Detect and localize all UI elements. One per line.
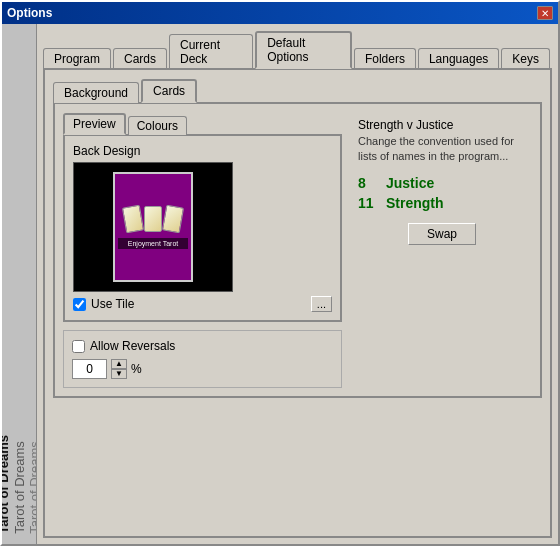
tab-default-options[interactable]: Default Options [255, 31, 352, 69]
use-tile-checkbox[interactable] [73, 298, 86, 311]
spinner-up[interactable]: ▲ [111, 359, 127, 369]
card-fan-3 [162, 204, 184, 233]
top-tabs: Program Cards Current Deck Default Optio… [43, 30, 552, 68]
tab-languages[interactable]: Languages [418, 48, 499, 69]
strength-num-2: 11 [358, 195, 378, 211]
tab-colours[interactable]: Colours [128, 116, 187, 135]
sidebar-label-3: Tarot of Dreams [27, 435, 37, 534]
spinner-down[interactable]: ▼ [111, 369, 127, 379]
titlebar: Options ✕ [2, 2, 558, 24]
tab-program[interactable]: Program [43, 48, 111, 69]
spinner-arrows: ▲ ▼ [111, 359, 127, 379]
tab-preview[interactable]: Preview [63, 113, 126, 135]
card-fan-2 [144, 206, 162, 232]
sidebar-label-2: Tarot of Dreams [11, 435, 27, 534]
card-fans [124, 206, 182, 232]
card-preview-box: Enjoyment Tarot [73, 162, 233, 292]
back-design-label: Back Design [73, 144, 332, 158]
spinner-group: ▲ ▼ % [72, 359, 333, 379]
sidebar-text: Tarot of Dreams Tarot of Dreams Tarot of… [2, 433, 37, 534]
percent-label: % [131, 362, 142, 376]
strength-description: Change the convention used for lists of … [358, 134, 526, 165]
card-label: Enjoyment Tarot [118, 238, 188, 249]
reversals-row: Allow Reversals [72, 339, 333, 353]
reversals-box: Allow Reversals ▲ ▼ % [63, 330, 342, 388]
ellipsis-button[interactable]: ... [311, 296, 332, 312]
swap-button[interactable]: Swap [408, 223, 476, 245]
options-window: Options ✕ Tarot of Dreams Tarot of Dream… [0, 0, 560, 546]
card-image: Enjoyment Tarot [113, 172, 193, 282]
card-fan-1 [122, 204, 144, 233]
top-tab-panel: Background Cards Preview Colours [43, 68, 552, 538]
window-title: Options [7, 6, 52, 20]
strength-item-2: 11 Strength [358, 195, 526, 211]
preview-tab-panel: Back Design Enjoy [63, 134, 342, 322]
content-area: Tarot of Dreams Tarot of Dreams Tarot of… [2, 24, 558, 544]
allow-reversals-label: Allow Reversals [90, 339, 175, 353]
inner-tab-panel: Preview Colours Back Design [53, 102, 542, 398]
sidebar-label-1: Tarot of Dreams [2, 435, 11, 534]
left-column: Preview Colours Back Design [63, 112, 342, 388]
strength-title: Strength v Justice [358, 118, 526, 132]
tab-current-deck[interactable]: Current Deck [169, 34, 253, 69]
strength-name-1: Justice [386, 175, 434, 191]
inner-tabs: Background Cards [53, 78, 542, 102]
allow-reversals-checkbox[interactable] [72, 340, 85, 353]
tab-keys[interactable]: Keys [501, 48, 550, 69]
strength-item-1: 8 Justice [358, 175, 526, 191]
inner-content: Preview Colours Back Design [63, 112, 532, 388]
right-col-inner: Strength v Justice Change the convention… [358, 118, 526, 245]
strength-name-2: Strength [386, 195, 444, 211]
strength-num-1: 8 [358, 175, 378, 191]
tab-cards[interactable]: Cards [113, 48, 167, 69]
use-tile-row: Use Tile ... [73, 296, 332, 312]
reversals-input[interactable] [72, 359, 107, 379]
main-panel: Program Cards Current Deck Default Optio… [37, 24, 558, 544]
sidebar: Tarot of Dreams Tarot of Dreams Tarot of… [2, 24, 37, 544]
close-button[interactable]: ✕ [537, 6, 553, 20]
inner-tab-cards[interactable]: Cards [141, 79, 197, 103]
right-column: Strength v Justice Change the convention… [352, 112, 532, 388]
inner-tab-background[interactable]: Background [53, 82, 139, 103]
tab-folders[interactable]: Folders [354, 48, 416, 69]
preview-tabs: Preview Colours [63, 112, 342, 134]
use-tile-label: Use Tile [91, 297, 134, 311]
